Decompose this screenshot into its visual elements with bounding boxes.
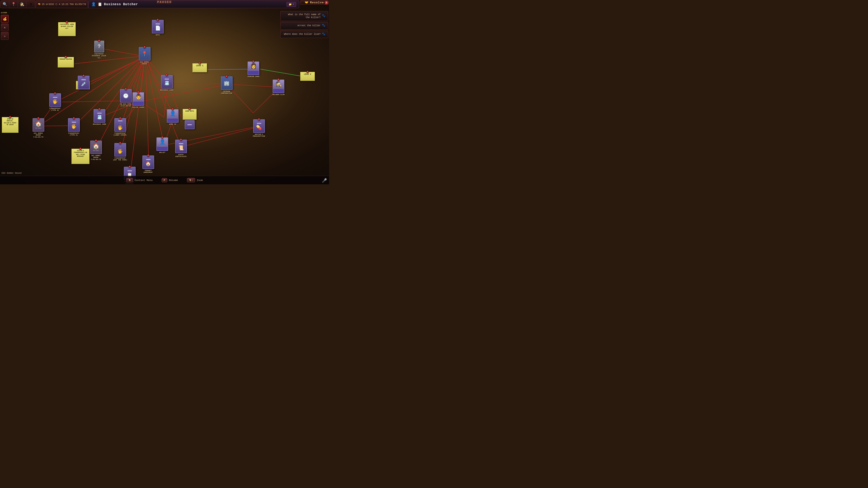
fingerprint-a-icon: 🖐 <box>52 99 58 104</box>
paused-label: PAUSED <box>157 0 172 4</box>
sidebar-weapon-icon[interactable]: ⚔️ <box>1 32 8 40</box>
resume-key[interactable]: F <box>162 178 167 182</box>
footprints-sticky[interactable]: FOOTPRINTS WERE BLOODY KILLER AT? <box>58 22 76 36</box>
work-rota-evidence[interactable] <box>185 120 195 129</box>
fingerprint-d-evidence[interactable]: + 🖐 <box>114 143 126 157</box>
photo-house1-evidence[interactable]: 🏠 201 Gomez <box>33 118 44 132</box>
photo-house2-evidence[interactable]: 🏠 401 Gomez <box>90 140 102 154</box>
fingerprint-a-evidence[interactable]: 🖐 <box>49 93 61 107</box>
pin <box>37 117 39 119</box>
work-id-card[interactable]: 👤 Work ID <box>167 109 179 125</box>
business-card-top-card[interactable]: 📇 Business Card <box>160 75 174 91</box>
business-card-mid-card[interactable]: 📇 Business Card <box>93 109 106 125</box>
orlando-portrait[interactable]: 🕵️ <box>273 79 284 93</box>
lead1-card[interactable]: Lead 1 <box>192 63 207 72</box>
folder-icon: 📁 <box>289 3 292 6</box>
open-arrival-card[interactable]: Open on arrival. Killer's point of entry <box>2 117 19 133</box>
birth-cert-evidence[interactable]: 📜 <box>175 140 187 153</box>
pin <box>54 92 56 94</box>
clock-card[interactable]: 🕐 In His Time 3/14 03/19 <box>119 89 133 107</box>
objective-3[interactable]: Where does the killer live? 🐾 <box>280 31 328 38</box>
context-menu-key[interactable]: 🖱 <box>126 178 133 182</box>
crimson-location[interactable]: 🏢 <box>221 76 232 90</box>
doctors-rx-evidence[interactable]: 💊 <box>253 119 265 133</box>
zoom-label: Zoom <box>197 179 203 182</box>
work-id-icon: 👤 <box>170 111 176 117</box>
orlando-elam-card[interactable]: 🕵️ Orlando Elam <box>272 79 285 96</box>
evidence-bar <box>187 124 192 125</box>
note-evidence[interactable]: 📄 <box>152 20 164 33</box>
jasmine-portrait[interactable]: 👩 <box>248 61 259 75</box>
footprint-evidence-card[interactable]: ? Footprint Evidence (Size 11) <box>92 41 106 59</box>
wallet-card[interactable]: 👤 Wallet <box>156 137 168 153</box>
fingerprint-a-card[interactable]: 🖐 Fingerprint (Type A) <box>48 93 62 111</box>
svg-line-28 <box>140 85 226 102</box>
syringe-evidence[interactable]: 💉 <box>78 76 90 89</box>
microphone-icon[interactable]: 🎤 <box>322 178 327 183</box>
fingerprint-c-card[interactable]: 🖐 Fingerprint (Type A) <box>66 118 81 136</box>
fingerprint-d-card[interactable]: + 🖐 Fingerprint (Get the Code) <box>113 143 127 161</box>
clock-evidence[interactable]: 🕐 <box>120 89 132 103</box>
seejun-label: Seejun Chard <box>132 106 145 108</box>
tenancy-evidence[interactable]: 🏠 <box>143 156 154 169</box>
lead1-sticky[interactable]: Lead 1 <box>192 63 207 72</box>
photo-house1-label: 201 Gomez House 7/01/05/79 <box>31 132 46 138</box>
crimson-corp-card[interactable]: 🏢 Crimson Corporation <box>219 76 234 94</box>
orlando-char: 🕵️ <box>276 82 282 87</box>
note-card[interactable]: 📄 Note <box>152 20 164 36</box>
evidence-bar <box>164 78 169 79</box>
seejun-chard-card[interactable]: 👨 Seejun Chard <box>132 92 145 108</box>
lead2-sticky[interactable]: Lead 2 <box>300 72 315 81</box>
murder-weapon-card[interactable]: Murder Weapon <box>58 57 74 68</box>
photo-house1-card[interactable]: 🏠 201 Gomez 201 Gomez House 7/01/05/79 <box>31 118 46 138</box>
search-icon-btn[interactable]: 🔍 <box>1 1 9 8</box>
fingerprint-c-icon: 🖐 <box>71 124 76 129</box>
business-evidence-top[interactable]: 📇 <box>161 75 173 89</box>
fingerprint-b-card[interactable]: + 🖐 Fingerprint (Lobby Cover) <box>113 118 127 136</box>
wallet-evidence[interactable]: 👤 <box>156 137 168 151</box>
birth-cert-card[interactable]: 📜 Birth Certificate <box>174 140 188 158</box>
jasmine-ward-card[interactable]: 👩 Jasmine Ward <box>247 61 259 77</box>
business-mid-label: Business Card <box>93 123 106 125</box>
victims-sticky[interactable]: Victim's fingerprints on wall dying mess… <box>71 149 90 164</box>
business-evidence-mid[interactable]: 📇 <box>94 109 105 123</box>
location-evidence[interactable]: 📍 <box>139 47 151 61</box>
fingerprint-b-evidence[interactable]: + 🖐 <box>114 118 126 132</box>
map-icon-btn[interactable]: 📍 <box>9 1 18 8</box>
objective-1[interactable]: What is the full name of the killer? 🐾 <box>280 11 328 21</box>
lead2-card[interactable]: Lead 2 <box>300 72 315 81</box>
objective-2[interactable]: Arrest the killer 🐾 <box>280 22 328 30</box>
objective-1-text: What is the full name of the killer? <box>283 13 320 19</box>
time-display: 15:23 THU 01/05/79 <box>61 3 86 6</box>
pin <box>73 117 75 119</box>
sidebar-poison-icon[interactable]: ☣️ <box>1 24 8 31</box>
gomez-house-card[interactable]: 📍 201 Gomez House <box>137 47 152 65</box>
pin <box>225 75 228 77</box>
detective-icon-btn[interactable]: 🕵️ <box>18 1 26 8</box>
question-mark-card[interactable]: ? <box>94 41 104 53</box>
tenancy-icon: 🏠 <box>145 161 151 166</box>
work-id-tag <box>167 119 178 122</box>
level-num: 4 <box>59 3 60 6</box>
fingerprint-c-evidence[interactable]: 🖐 <box>68 118 80 132</box>
evidence-bar <box>72 122 76 123</box>
dna-icon-btn[interactable]: ⚗️ <box>26 1 35 8</box>
footprints-note-card[interactable]: FOOTPRINTS WERE BLOODY KILLER AT? <box>58 22 76 36</box>
syringe-icon: 💉 <box>81 81 87 87</box>
resolve-button[interactable]: 🤝 Resolve <box>300 0 329 4</box>
syringe-evidence-card[interactable]: 💉 <box>78 76 90 89</box>
tenancy-agreement-card[interactable]: 🏠 Tenancy Agreement <box>141 156 156 173</box>
photo-house2-card[interactable]: 🏠 401 Gomez 401 Gomez House 7/01/05/79 <box>89 140 103 160</box>
wallet-img: 👤 <box>157 138 168 147</box>
doctors-rx-card[interactable]: 💊 Doctor's Prescription <box>252 119 266 137</box>
open-arrival-sticky[interactable]: Open on arrival. Killer's point of entry <box>2 117 19 133</box>
zoom-key[interactable]: 🖱↕ <box>187 178 195 182</box>
work-rota-sticky[interactable]: Work Rota <box>183 109 197 120</box>
sidebar-money-icon[interactable]: 💰 <box>1 15 8 23</box>
victims-fingerprints-card[interactable]: Victim's fingerprints on wall dying mess… <box>71 149 90 164</box>
seejun-portrait[interactable]: 👨 <box>132 92 144 106</box>
work-rota-card[interactable]: Work Rota <box>183 109 197 129</box>
folder-button[interactable]: 📁 + <box>287 2 296 7</box>
work-id-evidence[interactable]: 👤 <box>167 109 179 123</box>
murder-weapon-sticky[interactable]: Murder Weapon <box>58 57 74 68</box>
